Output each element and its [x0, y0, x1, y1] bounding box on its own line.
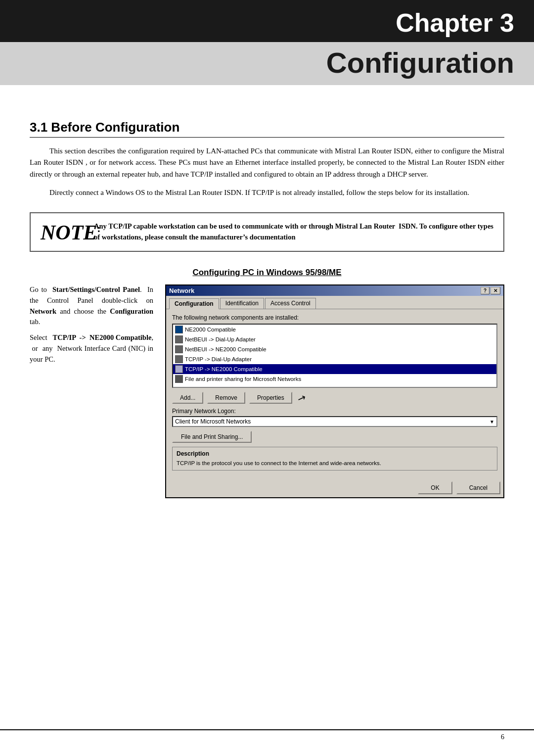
description-legend: Description — [177, 450, 493, 457]
note-text: Any TCP/IP capable workstation can be us… — [94, 221, 493, 243]
network-icon — [175, 326, 183, 333]
protocol-icon-1 — [175, 335, 183, 343]
dialog-titlebar: Network ? ✕ — [166, 285, 503, 296]
list-item-2[interactable]: NetBEUI -> NE2000 Compatible — [173, 344, 496, 354]
installed-label: The following network components are ins… — [172, 314, 497, 321]
note-box: NOTE: Any TCP/IP capable workstation can… — [30, 212, 504, 252]
chapter-subtitle-bar: Configuration — [0, 42, 534, 85]
ok-cancel-row: OK Cancel — [166, 479, 503, 497]
list-item-1-text: NetBEUI -> Dial-Up Adapter — [185, 336, 256, 342]
list-item-0[interactable]: NE2000 Compatible — [173, 325, 496, 334]
list-item-5-text: File and printer sharing for Microsoft N… — [185, 376, 301, 382]
add-button[interactable]: Add... — [172, 392, 203, 404]
list-item-3[interactable]: TCP/IP -> Dial-Up Adapter — [173, 354, 496, 364]
primary-logon-value: Client for Microsoft Networks — [175, 418, 251, 425]
arrow-annotation: ↗ — [296, 391, 308, 405]
list-item-1[interactable]: NetBEUI -> Dial-Up Adapter — [173, 334, 496, 344]
dialog-body: The following network components are ins… — [166, 309, 503, 479]
properties-button[interactable]: Properties — [249, 392, 292, 404]
section-3-1-para2: Directly connect a Windows OS to the Mis… — [30, 187, 504, 198]
properties-wrapper: Properties ↗ — [249, 392, 292, 404]
left-para1: Go to Start/Settings/Control Panel. In t… — [30, 284, 153, 328]
list-item-4[interactable]: TCP/IP -> NE2000 Compatible — [173, 364, 496, 374]
close-button[interactable]: ✕ — [490, 287, 500, 294]
list-item-5[interactable]: File and printer sharing for Microsoft N… — [173, 374, 496, 384]
sub-section-heading: Configuring PC in Windows 95/98/ME — [30, 268, 504, 278]
protocol-icon-3 — [175, 355, 183, 363]
tab-access-control[interactable]: Access Control — [265, 298, 316, 309]
section-3-1-heading: 3.1 Before Configuration — [30, 120, 504, 138]
dropdown-arrow: ▼ — [490, 419, 494, 425]
note-icon: NOTE: — [41, 222, 85, 243]
ok-button[interactable]: OK — [418, 481, 452, 494]
primary-logon-label: Primary Network Logon: — [172, 408, 497, 415]
dialog-tabs: Configuration Identification Access Cont… — [166, 296, 503, 309]
section-3-1-para1: This section describes the configuration… — [30, 145, 504, 180]
page-number: 6 — [501, 733, 504, 741]
primary-logon-dropdown[interactable]: Client for Microsoft Networks ▼ — [172, 416, 497, 427]
chapter-label: Chapter 3 — [20, 9, 514, 37]
list-item-2-text: NetBEUI -> NE2000 Compatible — [185, 346, 267, 352]
file-share-wrapper: File and Print Sharing... — [172, 431, 497, 447]
left-col: Go to Start/Settings/Control Panel. In t… — [30, 284, 153, 370]
action-buttons-row: Add... Remove Properties ↗ — [172, 392, 497, 404]
tab-identification[interactable]: Identification — [220, 298, 264, 309]
list-item-3-text: TCP/IP -> Dial-Up Adapter — [185, 356, 252, 362]
list-item-4-text: TCP/IP -> NE2000 Compatible — [185, 366, 263, 372]
title-buttons: ? ✕ — [481, 287, 500, 294]
tab-configuration[interactable]: Configuration — [169, 298, 219, 309]
page-footer: 6 — [0, 729, 534, 741]
chapter-subtitle: Configuration — [326, 47, 514, 79]
description-text: TCP/IP is the protocol you use to connec… — [177, 459, 493, 467]
network-dialog: Network ? ✕ Configuration Identification… — [165, 284, 504, 498]
cancel-button[interactable]: Cancel — [456, 481, 500, 494]
remove-button[interactable]: Remove — [207, 392, 245, 404]
protocol-icon-2 — [175, 345, 183, 353]
help-button[interactable]: ? — [481, 287, 490, 294]
file-share-button[interactable]: File and Print Sharing... — [172, 431, 252, 443]
list-item-0-text: NE2000 Compatible — [185, 327, 236, 332]
network-listbox[interactable]: NE2000 Compatible NetBEUI -> Dial-Up Ada… — [172, 324, 497, 388]
chapter-header: Chapter 3 — [0, 0, 534, 42]
two-col-layout: Go to Start/Settings/Control Panel. In t… — [30, 284, 504, 498]
description-group: Description TCP/IP is the protocol you u… — [172, 447, 497, 471]
share-icon — [175, 375, 183, 383]
main-content: 3.1 Before Configuration This section de… — [0, 85, 534, 528]
dialog-title: Network — [169, 287, 194, 294]
protocol-icon-4 — [175, 365, 183, 373]
right-col: Network ? ✕ Configuration Identification… — [165, 284, 504, 498]
left-para2: Select TCP/IP -> NE2000 Compatible, or a… — [30, 332, 153, 365]
